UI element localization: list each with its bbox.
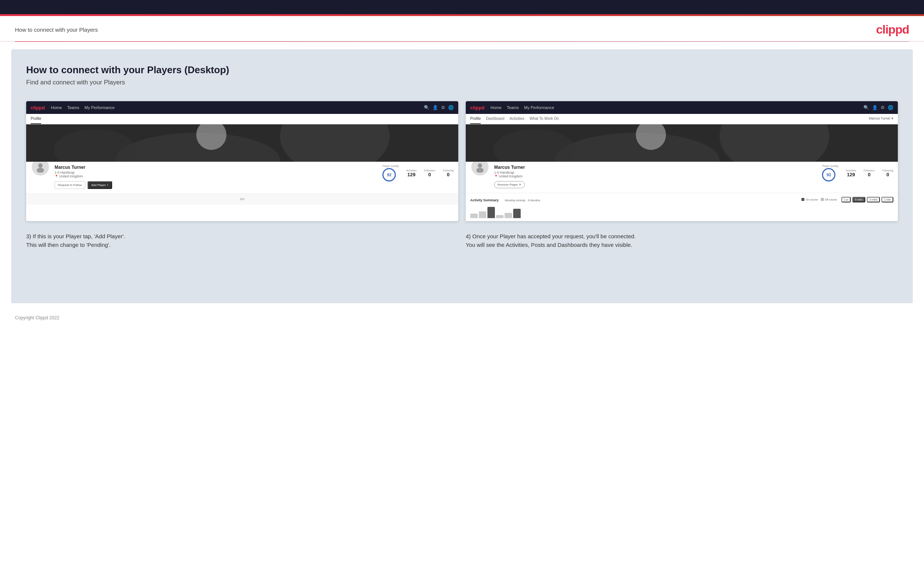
- mock-quality-wrap-2: Player Quality 92: [822, 165, 838, 182]
- svg-point-9: [720, 124, 829, 162]
- svg-point-6: [37, 168, 44, 172]
- mock-nav-home-1: Home: [51, 105, 62, 110]
- mock-stat-following-2: Following 0: [882, 169, 893, 177]
- time-filter-1mth[interactable]: 1 mth: [881, 197, 893, 202]
- mock-nav-myperformance-1: My Performance: [84, 105, 115, 110]
- mock-chart-area-2: [470, 205, 893, 218]
- mock-profile-info-1: Marcus Turner 1-5 Handicap 📍 United King…: [26, 162, 458, 193]
- mock-nav-home-2: Home: [490, 105, 501, 110]
- mock-player-country-1: 📍 United Kingdom: [55, 174, 378, 178]
- remove-player-button-2[interactable]: Remove Player ✕: [494, 181, 525, 188]
- settings-icon-2: ⚙: [880, 105, 885, 110]
- mock-player-handicap-1: 1-5 Handicap: [55, 171, 378, 174]
- mock-activity-header-2: Activity Summary Monthly Activity · 6 Mo…: [470, 196, 893, 203]
- mock-banner-2: [466, 124, 898, 162]
- svg-point-12: [478, 163, 482, 168]
- description-step4: 4) Once your Player has accepted your re…: [466, 232, 898, 249]
- mock-nav-teams-2: Teams: [507, 105, 519, 110]
- mock-nav-teams-1: Teams: [67, 105, 79, 110]
- mock-nav-myperformance-2: My Performance: [524, 105, 554, 110]
- mock-stat-followers-2: Followers 0: [863, 169, 875, 177]
- activity-title-group: Activity Summary Monthly Activity · 6 Mo…: [470, 196, 540, 203]
- pencil-icon-1: ✏: [240, 196, 245, 203]
- mock-logo-1: clippd: [31, 105, 45, 111]
- main-title: How to connect with your Players (Deskto…: [26, 64, 898, 76]
- svg-point-13: [476, 168, 484, 172]
- legend-offcourse-2: Off course: [821, 198, 837, 201]
- profile-details-2: Marcus Turner 1-5 Handicap 📍 United King…: [494, 165, 817, 188]
- tab-whattowworkon-2[interactable]: What To Work On: [530, 114, 559, 124]
- screenshot-1: clippd Home Teams My Performance 🔍 👤 ⚙ 🌐…: [26, 101, 458, 221]
- mock-logo-2: clippd: [470, 105, 485, 111]
- activity-controls-2: On course Off course 1 yr 6 mths 3 mths: [801, 197, 893, 202]
- mock-nav-icons-2: 🔍 👤 ⚙ 🌐: [863, 105, 893, 110]
- tab-activities-2[interactable]: Activities: [509, 114, 524, 124]
- legend-oncourse-2: On course: [801, 198, 817, 201]
- tab-dashboard-2[interactable]: Dashboard: [486, 114, 504, 124]
- mock-stat-followers-1: Followers 0: [424, 169, 435, 177]
- search-icon-1: 🔍: [424, 105, 430, 110]
- request-follow-button-1[interactable]: Request to Follow: [55, 181, 85, 189]
- mock-pencil-area-1: ✏: [26, 193, 458, 205]
- header-divider: [15, 42, 909, 42]
- globe-icon-1: 🌐: [448, 105, 454, 110]
- profile-details-1: Marcus Turner 1-5 Handicap 📍 United King…: [55, 165, 378, 189]
- copyright-text: Copyright Clippd 2022: [15, 315, 60, 321]
- mock-banner-1: [26, 124, 458, 162]
- chart-bar-5: [505, 213, 512, 218]
- legend-dot-oncourse-2: [801, 198, 804, 201]
- location-icon-2: 📍: [494, 175, 498, 178]
- mock-action-btns-1: Request to Follow Add Player +: [55, 181, 378, 189]
- tab-profile-2[interactable]: Profile: [470, 114, 481, 124]
- time-filter-3mths[interactable]: 3 mths: [867, 197, 880, 202]
- time-filter-6mths[interactable]: 6 mths: [852, 197, 865, 202]
- user-icon-1: 👤: [433, 105, 438, 110]
- step3-text: 3) If this is your Player tap, 'Add Play…: [26, 233, 125, 248]
- mock-nav-items-2: Home Teams My Performance: [490, 105, 858, 110]
- activity-title-2: Activity Summary: [470, 198, 499, 202]
- mock-stats-row-2: Player Quality 92 Activities 129 Followe…: [822, 165, 893, 182]
- activity-subtitle-2: Monthly Activity · 6 Months: [505, 199, 540, 202]
- screenshots-row: clippd Home Teams My Performance 🔍 👤 ⚙ 🌐…: [26, 101, 898, 221]
- user-icon-2: 👤: [872, 105, 878, 110]
- mock-nav-1: clippd Home Teams My Performance 🔍 👤 ⚙ 🌐: [26, 101, 458, 114]
- time-filter-1yr[interactable]: 1 yr: [842, 197, 851, 202]
- mock-legend-2: On course Off course: [801, 198, 837, 201]
- globe-icon-2: 🌐: [888, 105, 893, 110]
- mock-quality-wrap-1: Player Quality 92: [382, 165, 399, 182]
- mock-stat-activities-1: Activities 129: [406, 169, 417, 177]
- mock-player-country-2: 📍 United Kingdom: [494, 174, 817, 178]
- add-player-button-1[interactable]: Add Player +: [87, 181, 112, 189]
- chart-bar-2: [479, 211, 486, 218]
- step4-text: 4) Once your Player has accepted your re…: [466, 233, 636, 248]
- mock-profile-info-2: Marcus Turner 1-5 Handicap 📍 United King…: [466, 162, 898, 193]
- mock-time-filters-2: 1 yr 6 mths 3 mths 1 mth: [842, 197, 893, 202]
- chart-bar-3: [488, 207, 495, 218]
- page-footer: Copyright Clippd 2022: [0, 311, 924, 325]
- header: How to connect with your Players clippd: [0, 16, 924, 42]
- legend-dot-offcourse-2: [821, 198, 824, 201]
- mock-tabs-2: Profile Dashboard Activities What To Wor…: [470, 114, 559, 124]
- clippd-logo: clippd: [876, 23, 909, 37]
- page-title: How to connect with your Players: [15, 26, 98, 33]
- mock-nav-2: clippd Home Teams My Performance 🔍 👤 ⚙ 🌐: [466, 101, 898, 114]
- mock-stats-row-1: Player Quality 92 Activities 129 Followe…: [382, 165, 454, 182]
- descriptions-row: 3) If this is your Player tap, 'Add Play…: [26, 232, 898, 249]
- mock-player-name-2: Marcus Turner: [494, 165, 817, 170]
- user-dropdown-2[interactable]: Marcus Turner ▾: [869, 114, 893, 124]
- svg-point-5: [38, 163, 43, 168]
- screenshot-2: clippd Home Teams My Performance 🔍 👤 ⚙ 🌐…: [466, 101, 898, 221]
- location-icon-1: 📍: [55, 175, 58, 178]
- mock-activity-summary-2: Activity Summary Monthly Activity · 6 Mo…: [466, 193, 898, 221]
- chart-bar-6: [513, 209, 521, 218]
- chart-bar-1: [470, 214, 478, 218]
- mock-stat-following-1: Following 0: [443, 169, 454, 177]
- mock-stat-activities-2: Activities 129: [846, 169, 856, 177]
- mock-tab-bar-2: Profile Dashboard Activities What To Wor…: [466, 114, 898, 124]
- tab-profile-1[interactable]: Profile: [31, 114, 41, 124]
- svg-point-2: [280, 124, 390, 162]
- mock-player-handicap-2: 1-5 Handicap: [494, 171, 817, 174]
- settings-icon-1: ⚙: [441, 105, 445, 110]
- mock-quality-circle-1: 92: [382, 168, 396, 182]
- main-subtitle: Find and connect with your Players: [26, 79, 898, 86]
